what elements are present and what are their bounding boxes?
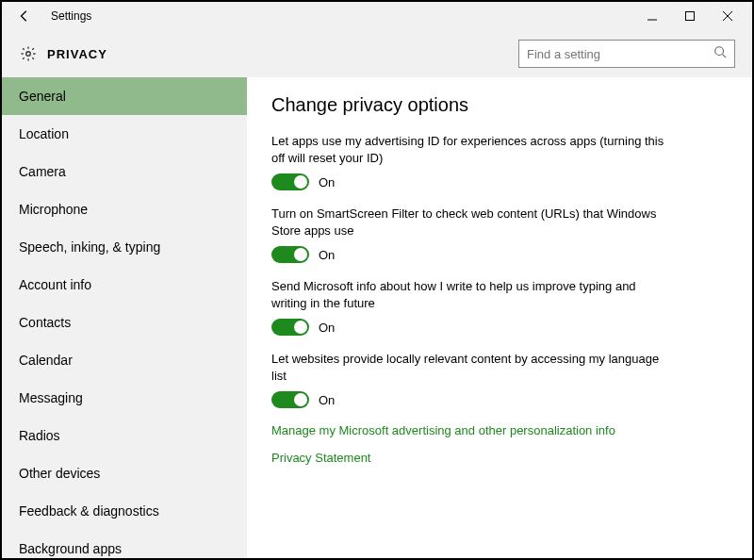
sidebar-item-label: General [19, 89, 66, 104]
sidebar-item-radios[interactable]: Radios [2, 417, 247, 454]
search-box[interactable] [518, 40, 735, 68]
setting-description: Let apps use my advertising ID for exper… [271, 133, 667, 166]
search-icon [713, 45, 727, 62]
toggle-state-label: On [319, 321, 335, 335]
sidebar-item-label: Microphone [19, 202, 88, 217]
body: GeneralLocationCameraMicrophoneSpeech, i… [2, 77, 752, 558]
privacy-link[interactable]: Manage my Microsoft advertising and othe… [271, 423, 728, 437]
toggle-switch[interactable] [271, 246, 309, 263]
setting-description: Let websites provide locally relevant co… [271, 351, 667, 384]
privacy-link[interactable]: Privacy Statement [271, 451, 728, 465]
toggle-row: On [271, 246, 667, 263]
toggle-switch[interactable] [271, 173, 309, 190]
toggle-knob [294, 248, 307, 261]
sidebar-item-camera[interactable]: Camera [2, 153, 247, 190]
sidebar-item-label: Radios [19, 428, 60, 443]
sidebar-item-label: Camera [19, 164, 66, 179]
toggle-switch[interactable] [271, 391, 309, 408]
links-list: Manage my Microsoft advertising and othe… [271, 423, 728, 465]
sidebar-item-label: Other devices [19, 466, 100, 481]
setting-item: Let apps use my advertising ID for exper… [271, 133, 667, 190]
sidebar-item-microphone[interactable]: Microphone [2, 190, 247, 228]
toggle-knob [294, 175, 307, 189]
sidebar-item-label: Speech, inking, & typing [19, 239, 160, 255]
toggle-state-label: On [319, 248, 335, 262]
sidebar-item-contacts[interactable]: Contacts [2, 304, 247, 341]
close-icon [722, 10, 733, 22]
toggle-state-label: On [319, 175, 335, 189]
gear-icon [19, 44, 38, 63]
page-header: PRIVACY [2, 30, 752, 77]
sidebar-item-account-info[interactable]: Account info [2, 266, 247, 304]
window-controls [633, 3, 746, 29]
sidebar-item-calendar[interactable]: Calendar [2, 341, 247, 379]
content-heading: Change privacy options [271, 94, 728, 116]
svg-line-4 [723, 55, 727, 58]
sidebar: GeneralLocationCameraMicrophoneSpeech, i… [2, 77, 247, 558]
svg-point-2 [26, 52, 31, 57]
maximize-icon [684, 10, 696, 22]
minimize-icon [647, 10, 658, 22]
setting-item: Send Microsoft info about how I write to… [271, 278, 667, 336]
sidebar-item-label: Messaging [19, 390, 83, 405]
svg-rect-1 [686, 12, 695, 21]
sidebar-item-label: Contacts [19, 315, 71, 330]
sidebar-item-general[interactable]: General [2, 77, 247, 115]
settings-window: Settings PRIVACY [0, 0, 754, 560]
back-button[interactable] [8, 3, 41, 29]
sidebar-item-label: Account info [19, 277, 91, 292]
sidebar-item-speech-inking-typing[interactable]: Speech, inking, & typing [2, 228, 247, 266]
page-title: PRIVACY [47, 47, 107, 61]
sidebar-item-messaging[interactable]: Messaging [2, 379, 247, 417]
arrow-left-icon [18, 9, 31, 23]
sidebar-item-label: Location [19, 126, 69, 141]
settings-list: Let apps use my advertising ID for exper… [271, 133, 728, 408]
close-button[interactable] [709, 3, 746, 29]
search-input[interactable] [527, 47, 713, 61]
sidebar-item-other-devices[interactable]: Other devices [2, 454, 247, 492]
sidebar-item-location[interactable]: Location [2, 115, 247, 153]
sidebar-item-label: Calendar [19, 353, 73, 368]
toggle-row: On [271, 319, 667, 336]
window-title: Settings [51, 9, 91, 23]
setting-description: Turn on SmartScreen Filter to check web … [271, 206, 667, 239]
setting-item: Let websites provide locally relevant co… [271, 351, 667, 408]
sidebar-item-label: Feedback & diagnostics [19, 503, 159, 519]
toggle-row: On [271, 391, 667, 408]
svg-point-3 [715, 47, 724, 56]
maximize-button[interactable] [671, 3, 709, 29]
sidebar-item-label: Background apps [19, 541, 122, 556]
setting-description: Send Microsoft info about how I write to… [271, 278, 667, 311]
toggle-switch[interactable] [271, 319, 309, 336]
sidebar-item-feedback-diagnostics[interactable]: Feedback & diagnostics [2, 492, 247, 530]
sidebar-item-background-apps[interactable]: Background apps [2, 530, 247, 558]
toggle-knob [294, 321, 307, 334]
toggle-knob [294, 393, 307, 406]
content-pane: Change privacy options Let apps use my a… [247, 77, 752, 558]
setting-item: Turn on SmartScreen Filter to check web … [271, 206, 667, 263]
toggle-state-label: On [319, 393, 335, 407]
titlebar: Settings [2, 2, 752, 30]
minimize-button[interactable] [633, 3, 671, 29]
toggle-row: On [271, 173, 667, 190]
